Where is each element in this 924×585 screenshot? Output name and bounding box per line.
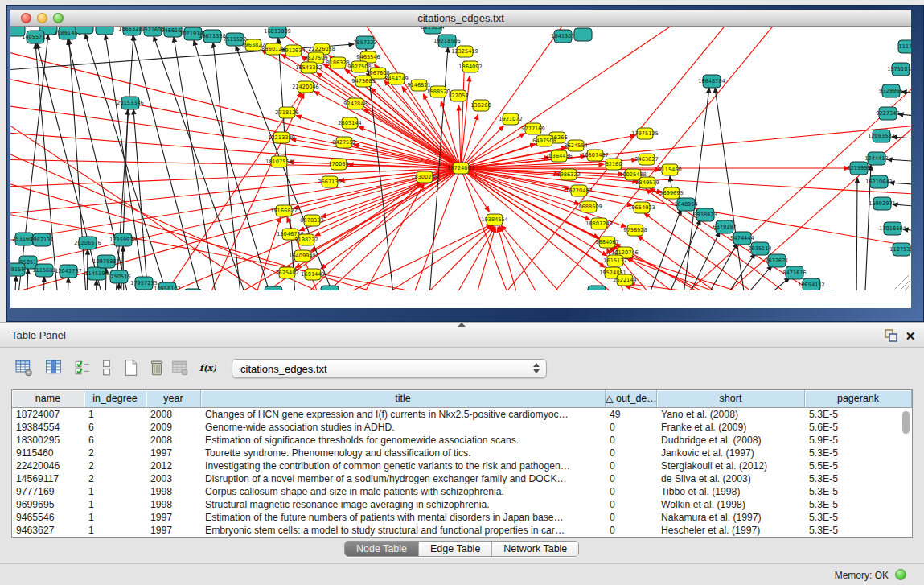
graph-node[interactable]: 9463627 (634, 154, 658, 165)
graph-node[interactable]: 8938923 (693, 208, 717, 221)
window-close-button[interactable] (21, 13, 31, 23)
graph-node[interactable]: 8813054 (421, 27, 444, 34)
table-row[interactable]: 946362711997Embryonic stem cells: a mode… (12, 524, 912, 537)
graph-node[interactable]: 1107535 (889, 243, 911, 256)
table-settings-icon[interactable] (13, 357, 35, 380)
graph-node[interactable]: 2718126 (275, 107, 298, 118)
graph-node[interactable]: 6879197 (713, 220, 736, 233)
table-row[interactable]: 969969511998Structural magnetic resonanc… (12, 498, 912, 511)
graph-node[interactable]: 16648784 (698, 75, 725, 88)
graph-node[interactable]: 39159 (10, 263, 25, 276)
graph-node[interactable]: 9474444 (730, 232, 754, 245)
column-header-year[interactable]: year (146, 390, 201, 407)
table-vertical-scrollbar[interactable] (901, 411, 910, 534)
graph-node[interactable]: 170065 (328, 159, 348, 170)
graph-node[interactable]: 8912934 (281, 45, 305, 56)
graph-node[interactable]: 7986322 (556, 169, 580, 180)
graph-node[interactable]: 5716485 (318, 286, 341, 290)
graph-node[interactable]: 17016504 (879, 222, 906, 235)
graph-node[interactable]: 9115460 (658, 164, 681, 175)
graph-node[interactable] (96, 27, 113, 35)
graph-node[interactable]: 10654112 (798, 278, 825, 290)
graph-node[interactable]: 11175 (898, 40, 911, 53)
window-minimize-button[interactable] (37, 13, 47, 23)
table-row[interactable]: 1938455462009Genome-wide association stu… (12, 421, 912, 434)
graph-node[interactable]: 7857223 (353, 36, 376, 49)
graph-node[interactable]: 9857791 (261, 286, 285, 290)
graph-node[interactable]: 1841307 (551, 30, 574, 43)
merge-tables-icon[interactable] (96, 357, 118, 380)
graph-node[interactable]: 1145194 (84, 267, 108, 280)
table-row[interactable]: 2242004622012Investigating the contribut… (12, 459, 912, 472)
column-header-title[interactable]: title (201, 390, 606, 407)
graph-node[interactable]: 8427552 (332, 137, 355, 148)
graph-node[interactable]: 12325419 (451, 46, 478, 57)
show-column-icon[interactable] (43, 357, 65, 380)
graph-node[interactable]: 136260 (470, 100, 491, 111)
window-zoom-button[interactable] (53, 13, 64, 23)
tab-node-table[interactable]: Node Table (345, 542, 419, 556)
table-row[interactable]: 977716911998Corpus callosum shape and si… (12, 485, 912, 498)
graph-node[interactable] (76, 27, 93, 34)
graph-node[interactable]: 16782759 (179, 289, 207, 290)
graph-node[interactable]: 18107554 (265, 156, 293, 167)
graph-node[interactable]: 10807487 (581, 150, 609, 161)
delete-table-icon[interactable] (146, 357, 168, 380)
graph-node[interactable]: 9329966 (879, 84, 902, 97)
column-header-name[interactable]: name (12, 390, 84, 407)
graph-node[interactable]: 9756928 (623, 225, 647, 236)
graph-node[interactable]: 2935114 (748, 242, 771, 255)
graph-node[interactable]: 9227349 (876, 107, 899, 120)
graph-node[interactable]: 17975125 (631, 128, 659, 139)
splitter-handle[interactable] (458, 323, 466, 327)
graph-node[interactable]: 12093582 (868, 130, 895, 142)
graph-node[interactable]: 8215955 (847, 162, 870, 175)
graph-node[interactable]: 20153346 (117, 97, 144, 109)
graph-node[interactable]: 62160 (606, 159, 622, 170)
graph-node[interactable]: 8186328 (326, 57, 349, 68)
graph-node[interactable]: 12042757 (55, 265, 82, 278)
graph-node[interactable]: 822057 (448, 90, 468, 101)
graph-node[interactable]: 15992971 (869, 197, 896, 210)
column-header-out_de[interactable]: △ out_de… (606, 390, 657, 407)
new-table-icon[interactable] (120, 357, 142, 380)
scrollbar-thumb[interactable] (902, 411, 910, 434)
float-panel-icon[interactable] (884, 328, 898, 343)
graph-node[interactable]: 16210643 (865, 175, 893, 188)
column-header-pagerank[interactable]: pagerank (805, 390, 912, 407)
close-panel-icon[interactable]: ✕ (903, 328, 918, 343)
graph-node[interactable]: 7632621 (765, 254, 788, 267)
table-row[interactable]: 911546021997Tourette syndrome. Phenomeno… (12, 447, 912, 459)
graph-node[interactable]: 1250515 (107, 270, 130, 283)
tab-network-table[interactable]: Network Table (492, 542, 578, 556)
graph-node[interactable]: 10975887 (92, 255, 120, 268)
network-canvas[interactable]: 1405571720891406106532871527602946616110… (10, 27, 911, 290)
tab-edge-table[interactable]: Edge Table (419, 542, 492, 556)
network-window[interactable]: citations_edges.txt 14055717208914061065… (6, 5, 924, 322)
select-all-icon[interactable] (72, 357, 94, 380)
graph-node[interactable]: 3624554 (564, 140, 587, 151)
column-header-in_degree[interactable]: in_degree (84, 390, 146, 407)
graph-node[interactable]: 1982131 (30, 233, 53, 246)
graph-node[interactable]: 8471676 (782, 266, 806, 279)
graph-node[interactable]: 2667130 (318, 176, 341, 187)
graph-node[interactable]: 12213389 (268, 132, 295, 143)
graph-node[interactable] (574, 28, 592, 41)
graph-node[interactable]: 1115681 (32, 264, 55, 277)
graph-node[interactable]: 16033809 (264, 27, 291, 38)
graph-node[interactable]: 19384554 (481, 214, 508, 225)
table-selector-dropdown[interactable]: citations_edges.txt (232, 359, 547, 378)
graph-node[interactable]: 1244413 (864, 152, 888, 165)
network-window-titlebar[interactable]: citations_edges.txt (10, 10, 911, 27)
graph-node[interactable]: 2803144 (338, 117, 361, 129)
graph-node[interactable]: 19218506 (433, 35, 461, 47)
table-row[interactable]: 1872400712008Changes of HCN gene express… (12, 408, 912, 421)
table-row[interactable]: 946554611997Estimation of the future num… (12, 511, 912, 524)
import-table-icon[interactable] (169, 357, 191, 380)
graph-node[interactable]: 10958107 (154, 282, 181, 290)
table-row[interactable]: 1456911722003Disruption of a novel membe… (12, 472, 912, 485)
graph-node[interactable]: 8878333 (300, 215, 323, 226)
graph-node[interactable]: 1864092 (458, 61, 482, 72)
graph-node[interactable]: 15751074 (887, 63, 911, 76)
graph-node[interactable]: 1921072 (499, 113, 522, 125)
